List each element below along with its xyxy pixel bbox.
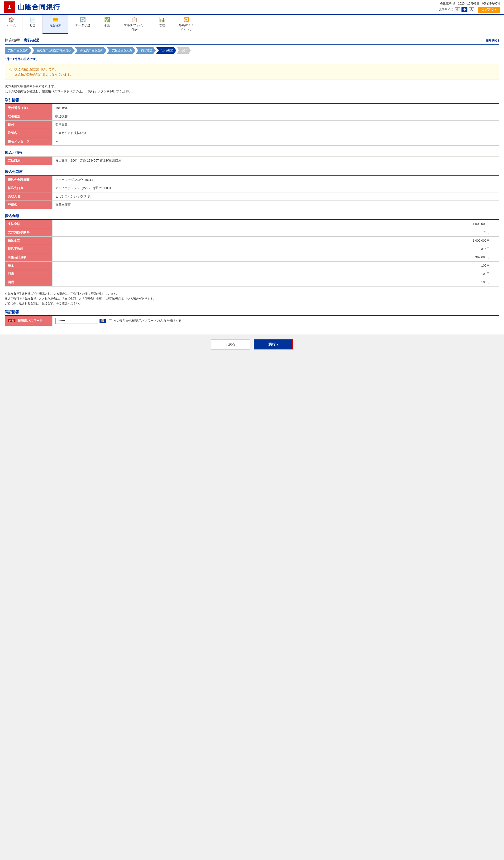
omit-label: 次の取引から確認用パスワードの入力を省略する	[109, 319, 182, 323]
label-transfer-amount: 振込金額	[5, 236, 53, 245]
table-row: 振込先金融機関 オオテマチギンコウ（0111）	[5, 176, 499, 184]
step-nav: 支払口座を選択 振込先口座指定方法を選択 振込先口座を選択 支払金額を入力 内容…	[5, 47, 499, 54]
font-large-button[interactable]: 大	[469, 8, 474, 12]
label-payment: 支払金額	[5, 220, 53, 228]
transfer-icon: 💳	[53, 17, 58, 23]
back-button[interactable]: ‹ 戻る	[211, 339, 250, 349]
logo-area: 山 山陰合同銀行	[4, 1, 60, 13]
value-national-tax: 100円	[53, 278, 499, 287]
approve-icon: ✅	[104, 17, 110, 23]
label-interest: 利息	[5, 270, 53, 278]
footnote-3: 実際に振り込まれる金額は「振込金額」をご確認ください。	[5, 301, 499, 306]
value-other-fee: *0円	[53, 228, 499, 236]
transaction-table: 受付番号（仮） 1015001 取引種別 振込振替 日付 翌営業日 取引名 １０…	[5, 104, 499, 146]
nav-forex[interactable]: 🔁 外為ＷＥＢでんさい	[172, 15, 201, 34]
font-small-button[interactable]: 小	[455, 8, 460, 12]
password-label: 確認用パスワード	[18, 319, 43, 322]
nav-forex-label: 外為ＷＥＢでんさい	[178, 23, 194, 32]
page-content: 振込振替 実行確認 BFKF013 支払口座を選択 振込先口座指定方法を選択 振…	[0, 34, 504, 334]
action-bar: ‹ 戻る 実行 ›	[0, 334, 504, 354]
required-badge: 必須	[8, 319, 15, 322]
instruction-line2: 以下の取引内容を確認し、確認用パスワードを入力の上、「実行」ボタンを押してくださ…	[5, 89, 499, 94]
value-message: －	[53, 137, 499, 146]
label-password: 必須 確認用パスワード	[5, 316, 53, 326]
logo-text: 山陰合同銀行	[18, 3, 60, 12]
transaction-section: 取引情報 受付番号（仮） 1015001 取引種別 振込振替 日付 翌営業日 取…	[5, 98, 499, 146]
value-receipt-no: 1015001	[53, 104, 499, 112]
step-4: 支払金額を入力	[107, 47, 135, 54]
nav-transfer-label: 資金移動	[49, 23, 61, 28]
instruction-line1: 次の画面で取引結果が表示されます。	[5, 84, 499, 89]
table-row: 税金 100円	[5, 261, 499, 270]
step-3: 振込先口座を選択	[75, 47, 106, 54]
warning-line2: 振込先の口座内容が変更になっています。	[14, 72, 73, 77]
label-source-account: 支払口座	[5, 157, 53, 165]
nav-data[interactable]: 🔄 データ伝送	[68, 15, 97, 34]
page-code: BFKF013	[486, 39, 499, 42]
data-icon: 🔄	[80, 17, 86, 23]
page-title: 振込振替 実行確認	[5, 38, 39, 43]
nav: 🏠 ホーム 📄 照会 💳 資金移動 🔄 データ伝送 ✅ 承認 📋 マルチファイル…	[0, 15, 504, 34]
value-dest-account: マルノウチシテン（222） 普通 2100001	[53, 184, 499, 192]
label-recipient: 受取人名	[5, 192, 53, 201]
execute-arrow-icon: ›	[277, 342, 278, 346]
value-tax: 100円	[53, 261, 499, 270]
nav-multifile[interactable]: 📋 マルチファイル伝送	[117, 15, 152, 34]
auth-title: 認証情報	[5, 310, 499, 316]
logout-button[interactable]: ログアウト	[478, 6, 500, 13]
table-row: 振込手数料 315円	[5, 245, 499, 253]
value-name: １０月１５日支払い分	[53, 129, 499, 137]
page-header: 振込振替 実行確認 BFKF013	[5, 38, 499, 45]
table-row: 引落合計金額 999,685円	[5, 253, 499, 261]
label-dest-bank: 振込先金融機関	[5, 176, 53, 184]
value-dest-bank: オオテマチギンコウ（0111）	[53, 176, 499, 184]
nav-transfer[interactable]: 💳 資金移動	[43, 15, 68, 34]
source-title: 振込元情報	[5, 150, 499, 156]
dest-section: 振込先口座 振込先金融機関 オオテマチギンコウ（0111） 振込先口座 マルノウ…	[5, 170, 499, 209]
table-row: 支払口座 青山支店（100） 普通 1234567 資金移動用口座	[5, 157, 499, 165]
label-date: 日付	[5, 121, 53, 129]
table-row: 振込金額 1,000,000円	[5, 236, 499, 245]
header: 山 山陰合同銀行 会銀花子 様 2020年10月01日 09時31分05秒 文字…	[0, 0, 504, 15]
header-user: 会銀花子 様 2020年10月01日 09時31分05秒	[439, 2, 500, 6]
warning-box: ⚠ 振込依頼は翌営業日扱いです。 振込先の口座内容が変更になっています。	[5, 64, 499, 80]
nav-home[interactable]: 🏠 ホーム	[0, 15, 23, 34]
label-receipt-no: 受付番号（仮）	[5, 104, 53, 112]
warning-line1: 振込依頼は翌営業日扱いです。	[14, 67, 73, 72]
label-name: 取引名	[5, 129, 53, 137]
table-row: 日付 翌営業日	[5, 121, 499, 129]
table-row: 支払金額 1,000,000円	[5, 220, 499, 228]
amount-table: 支払金額 1,000,000円 先方負担手数料 *0円 振込金額 1,000,0…	[5, 220, 499, 287]
auth-table: 必須 確認用パスワード 🃏 次の取引から確認用パスワードの入力を省略する	[5, 316, 499, 326]
header-right: 会銀花子 様 2020年10月01日 09時31分05秒 文字サイズ 小 中 大…	[439, 2, 500, 13]
value-interest: 100円	[53, 270, 499, 278]
footnote-1: ※先方負担手数料欄に"*"が表示されている場合は、手数料との間に差額が生じていま…	[5, 291, 499, 296]
nav-manage[interactable]: 📊 管理	[152, 15, 172, 34]
value-fee: 315円	[53, 245, 499, 253]
card-icon-button[interactable]: 🃏	[100, 319, 106, 323]
table-row: 振込先口座 マルノウチシテン（222） 普通 2100001	[5, 184, 499, 192]
instruction: 次の画面で取引結果が表示されます。 以下の取引内容を確認し、確認用パスワードを入…	[5, 84, 499, 94]
table-row: 国税 100円	[5, 278, 499, 287]
label-total: 引落合計金額	[5, 253, 53, 261]
value-payment: 1,000,000円	[53, 220, 499, 228]
label-type: 取引種別	[5, 112, 53, 121]
execute-button[interactable]: 実行 ›	[254, 339, 293, 349]
step-2: 振込先口座指定方法を選択	[32, 47, 75, 54]
font-medium-button[interactable]: 中	[461, 7, 467, 12]
password-input[interactable]	[55, 318, 98, 324]
source-table: 支払口座 青山支店（100） 普通 1234567 資金移動用口座	[5, 156, 499, 165]
source-section: 振込元情報 支払口座 青山支店（100） 普通 1234567 資金移動用口座	[5, 150, 499, 165]
value-date: 翌営業日	[53, 121, 499, 129]
nav-approve[interactable]: ✅ 承認	[97, 15, 117, 34]
home-icon: 🏠	[8, 17, 14, 23]
execute-label: 実行	[269, 342, 275, 347]
step-5: 内容確認	[136, 47, 156, 54]
amount-section: 振込金額 支払金額 1,000,000円 先方負担手数料 *0円 振込金額 1,…	[5, 214, 499, 287]
omit-checkbox[interactable]	[109, 319, 112, 322]
auth-input-cell: 🃏 次の取引から確認用パスワードの入力を省略する	[53, 316, 499, 326]
nav-inquiry[interactable]: 📄 照会	[23, 15, 43, 34]
nav-manage-label: 管理	[159, 23, 165, 28]
nav-multifile-label: マルチファイル伝送	[124, 23, 145, 32]
step-7: 完了	[177, 47, 191, 54]
